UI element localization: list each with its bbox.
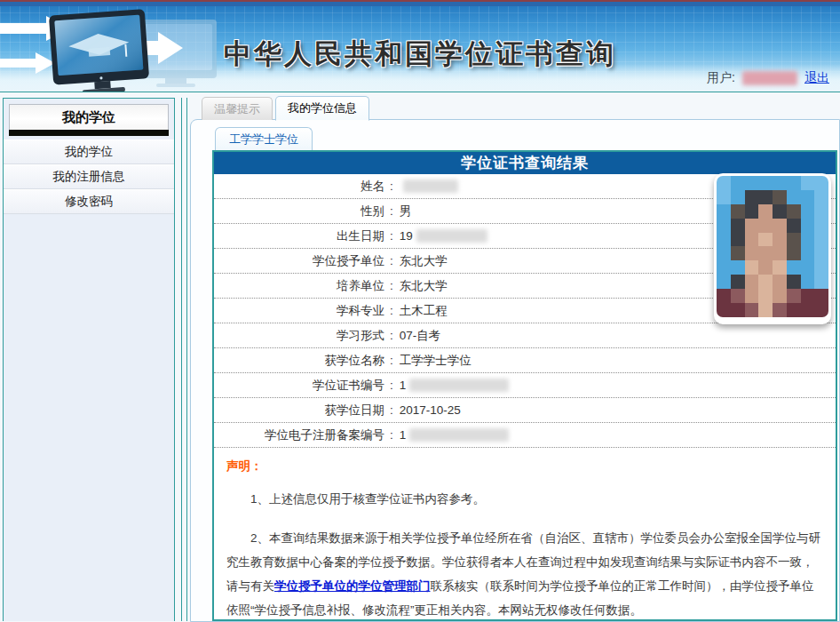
header-banner: 中华人民共和国学位证书查询 用户: 退出: [0, 0, 840, 92]
redacted-value: [409, 428, 509, 442]
username-redacted: [742, 71, 797, 85]
photo-pixel: [717, 219, 731, 233]
photo-pixel: [801, 219, 815, 233]
vertical-divider: [181, 98, 182, 621]
photo-pixel: [787, 289, 801, 303]
photo-pixel: [801, 289, 815, 303]
photo-pixel: [773, 176, 787, 190]
photo-pixel: [758, 233, 773, 247]
photo-pixel: [787, 303, 801, 317]
photo-pixel: [773, 233, 787, 247]
row-colon: :: [390, 279, 393, 292]
sidebar-item-1[interactable]: 我的注册信息: [4, 164, 174, 189]
row-label: 学位授予单位: [214, 253, 384, 269]
photo-pixel: [787, 275, 801, 289]
sidebar: 我的学位 我的学位我的注册信息修改密码: [3, 98, 175, 621]
result-row: 学习形式:07-自考: [214, 323, 836, 348]
photo-pixel: [773, 204, 787, 219]
photo-pixel: [717, 275, 731, 289]
photo-pixel: [814, 275, 828, 289]
tab-1[interactable]: 我的学位信息: [275, 96, 369, 121]
row-label: 学科专业: [214, 303, 384, 319]
row-label: 学位证书编号: [214, 378, 384, 394]
result-row: 获学位日期:2017-10-25: [214, 398, 836, 423]
photo-pixel: [745, 233, 759, 247]
row-value: 07-自考: [400, 328, 441, 344]
photo-pixel: [801, 260, 815, 275]
photo-pixel: [814, 176, 828, 190]
row-value: 东北大学: [400, 278, 448, 294]
photo-pixel: [801, 303, 815, 317]
row-value: 1: [400, 428, 407, 442]
photo-pixel: [773, 303, 787, 317]
row-value: 2017-10-25: [400, 403, 461, 417]
photo-pixel: [745, 204, 759, 219]
photo-pixel: [731, 289, 745, 303]
row-colon: :: [390, 254, 393, 267]
photo-pixel: [787, 176, 801, 190]
photo-pixel: [814, 246, 828, 260]
photo-pixel: [814, 190, 828, 204]
photo-pixel: [773, 219, 787, 233]
row-label: 获学位日期: [214, 403, 384, 419]
photo-pixel: [731, 303, 745, 317]
page-title: 中华人民共和国学位证书查询: [0, 36, 840, 73]
photo-pixel: [773, 275, 787, 289]
photo-pixel: [717, 303, 731, 317]
row-value: 19: [400, 229, 413, 243]
photo-pixel: [717, 246, 731, 260]
photo-pixel: [787, 204, 801, 219]
photo-pixel: [758, 260, 773, 275]
photo-pixel: [758, 246, 773, 260]
query-result-box: 学位证书查询结果 姓名:性别:男出生日期:19学位授予单位:东北大学培养单位:东…: [212, 150, 837, 621]
user-label: 用户:: [707, 70, 735, 86]
row-label: 培养单位: [214, 278, 384, 294]
result-title: 学位证书查询结果: [214, 152, 836, 174]
degree-office-link[interactable]: 学位授予单位的学位管理部门: [274, 579, 431, 593]
result-row: 获学位名称:工学学士学位: [214, 348, 836, 373]
photo-pixel: [814, 233, 828, 247]
photo-pixel: [814, 219, 828, 233]
photo-pixel: [745, 289, 759, 303]
logout-link[interactable]: 退出: [804, 70, 829, 86]
photo-pixel: [814, 260, 828, 275]
row-colon: :: [390, 329, 393, 342]
photo-pixel: [773, 190, 787, 204]
row-colon: :: [390, 428, 393, 442]
row-colon: :: [390, 204, 393, 218]
photo-pixel: [773, 260, 787, 275]
photo-pixel: [745, 275, 759, 289]
photo-pixel: [787, 260, 801, 275]
photo-pixel: [731, 260, 745, 275]
photo-pixel: [758, 190, 773, 204]
row-value: 1: [400, 379, 407, 392]
photo-pixel: [801, 275, 815, 289]
sidebar-title-underline: [9, 130, 169, 136]
row-label: 学位电子注册备案编号: [214, 427, 384, 443]
photo-pixel: [773, 246, 787, 260]
photo-pixel: [731, 275, 745, 289]
photo-pixel: [787, 219, 801, 233]
photo-pixel: [745, 246, 759, 260]
photo-pixel: [814, 204, 828, 219]
sidebar-item-0[interactable]: 我的学位: [4, 140, 174, 164]
photo-mosaic: [717, 176, 828, 317]
row-colon: :: [390, 354, 393, 367]
photo-pixel: [717, 190, 731, 204]
tab-panel: 工学学士学位 学位证书查询结果 姓名:性别:男出生日期:19学位授予单位:东北大…: [190, 119, 840, 622]
photo-pixel: [758, 289, 773, 303]
redacted-value: [416, 229, 487, 243]
photo-pixel: [731, 233, 745, 247]
photo-pixel: [801, 190, 815, 204]
sidebar-item-2[interactable]: 修改密码: [4, 189, 174, 214]
tab-0[interactable]: 温馨提示: [202, 97, 273, 120]
photo-pixel: [745, 176, 759, 190]
declaration-item-2: 2、本查询结果数据来源于相关学位授予单位经所在省（自治区、直辖市）学位委员会办公…: [226, 526, 821, 622]
photo-pixel: [801, 246, 815, 260]
tab-degree-bachelor[interactable]: 工学学士学位: [215, 127, 313, 150]
photo-pixel: [731, 219, 745, 233]
photo-pixel: [814, 303, 828, 317]
result-row: 学位电子注册备案编号:1: [214, 423, 836, 448]
photo-pixel: [717, 289, 731, 303]
photo-pixel: [717, 260, 731, 275]
